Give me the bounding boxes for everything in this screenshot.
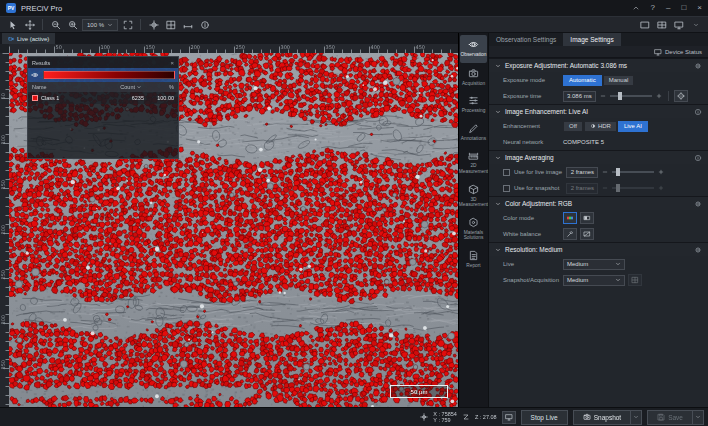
- nav-item-3d-measurement[interactable]: 3D Measurement: [459, 180, 488, 213]
- save-options-chevron-icon[interactable]: [692, 411, 703, 424]
- live-image-tab[interactable]: Live (active): [2, 33, 55, 44]
- nav-item-materials-solutions[interactable]: Materials Solutions: [459, 213, 488, 246]
- device-monitor-icon: [654, 48, 662, 56]
- zoom-in-icon[interactable]: [65, 18, 80, 31]
- camera-icon: [583, 413, 591, 421]
- nav-item-acquisition[interactable]: Acquisition: [459, 64, 488, 92]
- averaging-live-slider[interactable]: [612, 171, 654, 173]
- exposure-manual-button[interactable]: Manual: [603, 75, 635, 86]
- averaging-info-icon[interactable]: [694, 154, 702, 162]
- display-output-button[interactable]: [502, 411, 516, 424]
- white-balance-auto-button[interactable]: [580, 228, 594, 240]
- snapshot-button[interactable]: Snapshot: [573, 410, 642, 425]
- fit-to-window-button[interactable]: [120, 18, 135, 31]
- sliders-icon: [468, 95, 479, 106]
- pointer-tool-button[interactable]: [5, 18, 20, 31]
- eyedropper-icon: [566, 230, 574, 238]
- results-col-name[interactable]: Name: [32, 84, 104, 90]
- white-balance-eyedropper-button[interactable]: [563, 228, 577, 240]
- enhancement-info-icon[interactable]: [694, 108, 702, 116]
- exposure-section-header[interactable]: Exposure Adjustment: Automatic 3.086 ms: [489, 58, 708, 72]
- grid-overlay-button[interactable]: [163, 18, 178, 31]
- chevron-down-icon: [615, 261, 621, 267]
- minimize-button[interactable]: –: [666, 4, 670, 12]
- resolution-settings-gear-icon[interactable]: [694, 246, 702, 254]
- results-col-percent[interactable]: %: [144, 84, 174, 90]
- zoom-out-icon[interactable]: [48, 18, 63, 31]
- zoom-level-dropdown[interactable]: 100 %: [82, 19, 118, 31]
- save-button[interactable]: Save: [647, 410, 704, 425]
- monitor-icon: [505, 413, 513, 421]
- color-mode-rgb-button[interactable]: [563, 212, 577, 224]
- resolution-live-dropdown[interactable]: Medium: [563, 259, 625, 270]
- stop-live-button[interactable]: Stop Live: [521, 410, 568, 425]
- averaging-live-increase-button[interactable]: [657, 168, 665, 176]
- averaging-live-checkbox[interactable]: [503, 169, 510, 176]
- averaging-snapshot-decrease-button[interactable]: [601, 184, 609, 192]
- toolbar-more-chevron-icon[interactable]: [688, 18, 703, 31]
- neural-network-value[interactable]: COMPOSITE 5: [563, 139, 604, 145]
- results-close-icon[interactable]: ×: [170, 60, 174, 66]
- collapse-icon[interactable]: [632, 4, 640, 12]
- results-class-row[interactable]: [28, 68, 178, 82]
- pan-tool-button[interactable]: [22, 18, 37, 31]
- averaging-section-header[interactable]: Image Averaging: [489, 150, 708, 164]
- sort-descending-icon: [136, 84, 142, 90]
- exposure-settings-gear-icon[interactable]: [694, 62, 702, 70]
- exposure-time-slider[interactable]: [610, 95, 652, 97]
- info-overlay-button[interactable]: [197, 18, 212, 31]
- layout-grid-button[interactable]: [654, 18, 669, 31]
- title-bar: PV PRECiV Pro ? – □ ×: [0, 0, 708, 16]
- resolution-snapshot-dropdown[interactable]: Medium: [563, 275, 625, 286]
- averaging-snapshot-slider[interactable]: [612, 187, 654, 189]
- viewer-tab-bar: Live (active): [0, 33, 458, 44]
- averaging-snapshot-increase-button[interactable]: [657, 184, 665, 192]
- crosshair-icon: [420, 413, 428, 421]
- exposure-time-decrease-button[interactable]: [599, 92, 607, 100]
- averaging-live-value[interactable]: 2 frames: [566, 167, 598, 178]
- tab-image-settings[interactable]: Image Settings: [563, 33, 620, 46]
- results-col-count[interactable]: Count: [106, 84, 142, 90]
- exposure-time-increase-button[interactable]: [655, 92, 663, 100]
- tab-observation-settings[interactable]: Observation Settings: [489, 33, 563, 46]
- exposure-mode-label: Exposure mode: [503, 77, 563, 83]
- crosshair-overlay-button[interactable]: [146, 18, 161, 31]
- white-balance-label: White balance: [503, 231, 563, 237]
- exposure-time-value[interactable]: 3.086 ms: [563, 91, 596, 102]
- enhancement-mode-row: Enhancement Off HDR Live AI: [489, 118, 708, 134]
- color-settings-gear-icon[interactable]: [694, 200, 702, 208]
- snapshot-options-chevron-icon[interactable]: [630, 411, 641, 424]
- nav-item-report[interactable]: Report: [459, 246, 488, 274]
- maximize-button[interactable]: □: [681, 4, 686, 12]
- results-panel[interactable]: Results × Name Count: [27, 56, 179, 159]
- scale-bar-button[interactable]: [180, 18, 195, 31]
- display-settings-button[interactable]: [671, 18, 686, 31]
- averaging-live-decrease-button[interactable]: [601, 168, 609, 176]
- nav-item-observation[interactable]: Observation: [460, 35, 487, 63]
- enhancement-hdr-button[interactable]: HDR: [584, 121, 617, 132]
- enhancement-off-button[interactable]: Off: [563, 121, 583, 132]
- nav-item-2d-measurement[interactable]: 2D Measurement: [459, 146, 488, 179]
- tab-device-status[interactable]: Device Status: [489, 46, 708, 58]
- z-coordinate: Z : 27.08: [475, 414, 497, 420]
- layout-single-button[interactable]: [637, 18, 652, 31]
- averaging-snapshot-value[interactable]: 2 frames: [566, 183, 598, 194]
- resolution-section-header[interactable]: Resolution: Medium: [489, 242, 708, 256]
- enhancement-live-ai-button[interactable]: Live AI: [618, 121, 648, 132]
- hdr-icon: [590, 123, 596, 129]
- resolution-advanced-button[interactable]: [628, 274, 642, 286]
- color-mode-grayscale-button[interactable]: [580, 212, 594, 224]
- close-button[interactable]: ×: [697, 4, 702, 12]
- help-button[interactable]: ?: [651, 4, 655, 12]
- nav-item-annotations[interactable]: Annotations: [459, 119, 488, 147]
- nav-item-processing[interactable]: Processing: [459, 91, 488, 119]
- results-table-row[interactable]: Class 1 6235 100.00: [28, 92, 178, 104]
- exposure-automatic-button[interactable]: Automatic: [563, 75, 602, 86]
- enhancement-section-header[interactable]: Image Enhancement: Live AI: [489, 104, 708, 118]
- color-section-header[interactable]: Color Adjustment: RGB: [489, 196, 708, 210]
- averaging-snapshot-checkbox[interactable]: [503, 185, 510, 192]
- results-panel-titlebar[interactable]: Results ×: [28, 57, 178, 68]
- resolution-snapshot-row: Snapshot/Acquisition Medium: [489, 272, 708, 288]
- spot-metering-button[interactable]: [674, 90, 688, 102]
- chevron-down-icon: [615, 277, 621, 283]
